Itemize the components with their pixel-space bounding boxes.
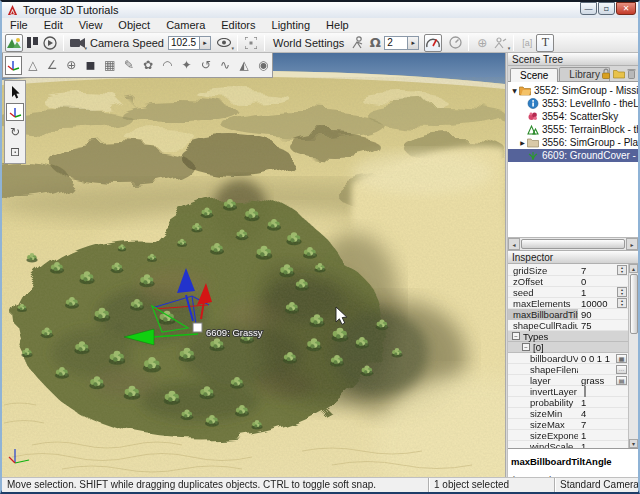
menu-file[interactable]: File — [2, 18, 36, 33]
prop-row-maxbillboardtiltangle[interactable]: maxBillboardTiltAngle 90 — [508, 309, 628, 320]
world-settings-label[interactable]: World Settings — [273, 37, 344, 49]
menu-object[interactable]: Object — [110, 18, 158, 33]
scroll-down-icon[interactable]: ▾ — [629, 439, 638, 448]
group-row-types[interactable]: − Types — [508, 331, 628, 342]
tree-item-missiongroup[interactable]: ▼ 3552: SimGroup - MissionGroup — [508, 84, 638, 97]
add-player-button[interactable]: ▾ — [491, 34, 509, 52]
select-bounds-button[interactable]: [a] — [518, 34, 536, 52]
prop-row-billboarduvs[interactable]: billboardUVs 0 0 1 1 ▦ — [508, 353, 628, 364]
invert-layer-checkbox[interactable] — [584, 386, 586, 397]
scroll-left-icon[interactable]: ◂ — [508, 238, 520, 250]
tree-item-groundcover[interactable]: 6609: GroundCover - Grassy — [508, 149, 638, 162]
rotate-brush-tool[interactable]: ↺ — [197, 56, 214, 75]
menu-help[interactable]: Help — [318, 18, 357, 33]
prop-row-seed[interactable]: seed 1 ▴▾ — [508, 287, 628, 298]
group-row-0[interactable]: − [0] — [508, 342, 628, 353]
viewport-3d[interactable]: 6609: Grassy — [2, 53, 505, 477]
prop-row-maxelements[interactable]: maxElements 10000 ▴▾ — [508, 298, 628, 309]
prop-row-layer[interactable]: layer grass ▤ — [508, 375, 628, 386]
stepper-control[interactable]: ▴▾ — [617, 298, 627, 308]
prop-row-sizemin[interactable]: sizeMin 4 — [508, 408, 628, 419]
snap-size-field[interactable]: 2 — [384, 36, 408, 50]
ramp-tool[interactable]: ◭ — [236, 56, 253, 75]
stepper-control[interactable]: ▴▾ — [617, 287, 627, 297]
collapse-icon[interactable]: − — [522, 343, 530, 351]
layout-button[interactable] — [23, 34, 41, 52]
add-object-button[interactable]: ⊕ — [473, 34, 491, 52]
scroll-right-icon[interactable]: ▸ — [626, 238, 638, 250]
prop-row-gridsize[interactable]: gridSize 7 ▴▾ — [508, 265, 628, 276]
move-gizmo-tool[interactable] — [5, 56, 22, 75]
description-title: maxBillboardTiltAngle — [511, 456, 612, 467]
text-tool-button[interactable]: T — [536, 34, 554, 52]
player-drop-button[interactable] — [348, 34, 366, 52]
collapse-icon[interactable]: − — [512, 332, 520, 340]
slope-tool[interactable]: ∠ — [44, 56, 61, 75]
raise-tool[interactable]: ◠ — [159, 56, 176, 75]
maximize-button[interactable]: ▫ — [598, 2, 615, 15]
terrain-snap-button[interactable] — [446, 34, 464, 52]
stepper-control[interactable]: ▴▾ — [617, 265, 627, 275]
delete-icon[interactable] — [627, 68, 636, 79]
foliage-tool[interactable]: ✿ — [140, 56, 157, 75]
folder-icon[interactable] — [613, 68, 625, 79]
menu-bar: File Edit View Object Camera Editors Lig… — [2, 18, 638, 33]
prop-row-invertlayer[interactable]: invertLayer — [508, 386, 628, 397]
move-tool[interactable] — [6, 103, 24, 121]
minimize-button[interactable]: — — [580, 2, 597, 15]
smooth-tool[interactable]: ∿ — [216, 56, 233, 75]
tree-item-terrainblock[interactable]: 3555: TerrainBlock - theTerrain — [508, 123, 638, 136]
cube-tool[interactable]: ◼ — [82, 56, 99, 75]
scrollbar-thumb[interactable] — [521, 239, 625, 249]
browse-button[interactable]: … — [616, 365, 627, 374]
prop-row-probability[interactable]: probability 1 — [508, 397, 628, 408]
wheel-tool[interactable]: ◉ — [255, 56, 272, 75]
globe-tool[interactable]: ⊕ — [63, 56, 80, 75]
menu-camera[interactable]: Camera — [158, 18, 213, 33]
close-button[interactable]: ✕ — [616, 2, 636, 15]
prop-row-shapefilename[interactable]: shapeFilename … — [508, 364, 628, 375]
world-editor-button[interactable] — [5, 34, 23, 52]
tree-item-playerdroppoints[interactable]: ▶ 3556: SimGroup - PlayerDropPoints — [508, 136, 638, 149]
terrain-editor-tool[interactable]: △ — [24, 56, 41, 75]
layer-picker-button[interactable]: ▤ — [616, 376, 627, 385]
tree-item-scattersky[interactable]: 3554: ScatterSky — [508, 110, 638, 123]
select-tool[interactable] — [6, 83, 24, 101]
tree-item-levelinfo[interactable]: 3553: LevelInfo - theLevelInfo — [508, 97, 638, 110]
camera-speed-field[interactable]: 102.5 — [168, 36, 200, 50]
prop-row-sizeexponent[interactable]: sizeExponent 1 — [508, 430, 628, 441]
wand-tool[interactable]: ✦ — [178, 56, 195, 75]
camera-menu-button[interactable]: ▾ — [68, 34, 86, 52]
prop-row-zoffset[interactable]: zOffset 0 — [508, 276, 628, 287]
snap-magnet-button[interactable]: Ω — [366, 34, 384, 52]
snap-size-dropdown[interactable]: ▸ — [408, 36, 419, 50]
tab-scene[interactable]: Scene — [510, 68, 558, 82]
uv-picker-button[interactable]: ▦ — [616, 354, 627, 363]
scale-tool[interactable]: ⊡ — [6, 143, 24, 161]
soft-snap-button[interactable] — [424, 34, 442, 52]
visibility-button[interactable]: ▾ — [215, 34, 233, 52]
scroll-up-icon[interactable]: ▴ — [629, 264, 638, 273]
frame-selected-button[interactable] — [242, 34, 260, 52]
menu-edit[interactable]: Edit — [36, 18, 71, 33]
stamp-tool[interactable]: ✎ — [120, 56, 137, 75]
sky-icon — [527, 111, 539, 122]
scrollbar-thumb[interactable] — [630, 274, 638, 334]
expander-open-icon[interactable]: ▼ — [510, 87, 519, 94]
inspector-vscrollbar[interactable]: ▴ ▾ — [628, 264, 638, 448]
chevron-down-icon: ▾ — [231, 45, 234, 51]
prop-row-windscale[interactable]: windScale 1 — [508, 441, 628, 448]
play-button[interactable] — [41, 34, 59, 52]
rotate-tool[interactable]: ↻ — [6, 123, 24, 141]
menu-view[interactable]: View — [71, 18, 111, 33]
menu-lighting[interactable]: Lighting — [264, 18, 319, 33]
camera-speed-dropdown[interactable]: ▸ — [200, 36, 211, 50]
prop-row-shapecullradius[interactable]: shapeCullRadius 75 — [508, 320, 628, 331]
title-bar: Torque 3D Tutorials — ▫ ✕ — [2, 2, 638, 18]
lock-icon[interactable] — [601, 68, 611, 79]
expander-closed-icon[interactable]: ▶ — [518, 139, 527, 146]
menu-editors[interactable]: Editors — [213, 18, 263, 33]
texture-tool[interactable]: ▦ — [101, 56, 118, 75]
scene-tree-hscrollbar[interactable]: ◂ ▸ — [508, 237, 638, 250]
prop-row-sizemax[interactable]: sizeMax 7 — [508, 419, 628, 430]
